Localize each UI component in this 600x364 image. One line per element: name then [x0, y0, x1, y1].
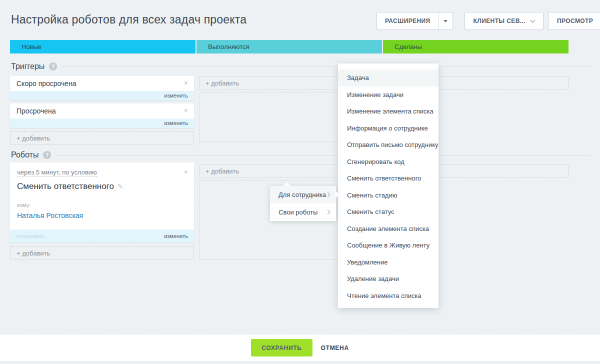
- robot-menu-item[interactable]: Информация о сотруднике: [338, 120, 438, 137]
- chevron-down-icon: [530, 18, 536, 23]
- add-robot-button[interactable]: + добавить: [10, 246, 194, 260]
- help-icon[interactable]: ?: [49, 62, 57, 70]
- robot-to-label: кому:: [17, 202, 187, 208]
- close-icon[interactable]: ×: [184, 107, 188, 114]
- triggers-column-new: Скоро просрочена × изменить Просрочена ×…: [10, 76, 194, 145]
- robot-menu-item[interactable]: Чтение элемента списка: [338, 288, 438, 304]
- robot-menu-item[interactable]: Отправить письмо сотруднику: [338, 136, 438, 154]
- stage-tab[interactable]: Сделаны: [383, 40, 568, 54]
- robot-menu-item[interactable]: Создание элемента списка: [338, 220, 438, 238]
- robot-card-title: Сменить ответственного: [17, 182, 114, 192]
- footer-bar: СОХРАНИТЬ ОТМЕНА: [0, 334, 600, 361]
- add-label: + добавить: [16, 250, 50, 257]
- clients-button-label: КЛИЕНТЫ СЕВ...: [474, 18, 526, 24]
- clients-button[interactable]: КЛИЕНТЫ СЕВ...: [464, 12, 544, 30]
- robot-menu-item-label: Сменить ответственного: [347, 174, 421, 182]
- page-title: Настройка роботов для всех задач проекта: [11, 13, 246, 26]
- add-label: + добавить: [16, 134, 50, 142]
- add-label: + добавить: [206, 80, 239, 87]
- section-divider: [62, 66, 590, 67]
- robot-menu-item-label: Уведомление: [347, 258, 388, 266]
- section-divider: [56, 155, 590, 156]
- extensions-dropdown-toggle[interactable]: [439, 12, 452, 30]
- robot-menu-item-label: Отправить письмо сотруднику: [347, 141, 438, 148]
- robot-menu-item-label: Сменить стадию: [347, 192, 397, 199]
- robot-menu-item[interactable]: Изменение задачи: [338, 86, 438, 104]
- preview-button[interactable]: ПРОСМОТР: [548, 12, 600, 30]
- robot-menu-item[interactable]: Удаление задачи: [338, 270, 438, 288]
- robot-menu-item-label: Сменить статус: [347, 208, 394, 216]
- edit-link[interactable]: изменить: [164, 120, 188, 126]
- robot-menu-item-label: Сообщение в Живую ленту: [347, 242, 430, 249]
- robots-section-title: Роботы: [11, 150, 38, 160]
- add-trigger-button[interactable]: + добавить: [10, 131, 194, 145]
- edit-link[interactable]: изменить: [164, 92, 188, 98]
- robot-menu-item-label: Информация о сотруднике: [347, 124, 428, 132]
- category-menu-item-label: Для сотрудника: [278, 191, 326, 198]
- robot-menu-item-label: Изменение задачи: [347, 91, 404, 98]
- trigger-card[interactable]: Скоро просрочена × изменить: [10, 76, 194, 100]
- robot-menu-item[interactable]: Сгенерировать код: [338, 154, 438, 170]
- robot-menu-item[interactable]: Сообщение в Живую ленту: [338, 237, 438, 254]
- robots-column-new: через 5 минут, по условию × Сменить отве…: [10, 162, 194, 260]
- stage-bar: Новые Выполняются Сделаны: [10, 40, 568, 54]
- robot-condition-link[interactable]: через 5 минут, по условию: [17, 168, 97, 177]
- trigger-card-list: Скоро просрочена × изменить Просрочена ×…: [10, 76, 194, 128]
- trigger-card[interactable]: Просрочена × изменить: [10, 104, 194, 128]
- robot-menu-item[interactable]: Сменить стадию: [338, 187, 438, 204]
- extensions-button[interactable]: РАСШИРЕНИЯ: [376, 12, 453, 30]
- triggers-section-title: Триггеры: [11, 62, 44, 71]
- robot-category-menu: Для сотрудника Свои роботы: [270, 186, 336, 221]
- preview-button-label: ПРОСМОТР: [557, 18, 593, 24]
- cancel-button[interactable]: ОТМЕНА: [321, 344, 349, 352]
- robot-menu-item-label: Чтение элемента списка: [347, 292, 422, 300]
- robot-assignee-link[interactable]: Наталья Ростовская: [17, 212, 187, 220]
- edit-link[interactable]: изменить: [164, 233, 188, 239]
- robots-section-header: Роботы ?: [11, 150, 590, 160]
- robot-type-menu: Задача Изменение задачи Изменение элемен…: [338, 64, 438, 308]
- pencil-icon[interactable]: ✎: [118, 182, 124, 190]
- stage-tab-label: Новые: [22, 43, 42, 50]
- close-icon[interactable]: ×: [184, 168, 188, 176]
- robot-menu-item[interactable]: Уведомление: [338, 254, 438, 271]
- chevron-right-icon: [326, 210, 330, 215]
- trigger-card-title: Скоро просрочена: [16, 80, 76, 88]
- robot-menu-item-label: Изменение элемента списка: [347, 108, 434, 115]
- stage-tab-label: Сделаны: [394, 43, 422, 50]
- caret-down-icon: [444, 20, 448, 22]
- trigger-card-title: Просрочена: [16, 107, 56, 115]
- robot-menu-item[interactable]: Задача: [338, 70, 438, 86]
- robot-menu-item-label: Сгенерировать код: [347, 158, 404, 166]
- extensions-button-label: РАСШИРЕНИЯ: [377, 18, 438, 24]
- category-menu-item-label: Свои роботы: [278, 208, 318, 216]
- robot-menu-item[interactable]: Изменение элемента списка: [338, 103, 438, 120]
- stage-tab[interactable]: Новые: [10, 40, 196, 54]
- robot-menu-item-label: Задача: [347, 74, 369, 82]
- category-menu-item[interactable]: Для сотрудника: [270, 186, 336, 204]
- robot-menu-item-label: Удаление задачи: [347, 275, 399, 282]
- triggers-section-header: Триггеры ?: [11, 62, 590, 72]
- robot-menu-item[interactable]: Сменить ответственного: [338, 170, 438, 187]
- category-menu-item[interactable]: Свои роботы: [270, 204, 336, 221]
- robot-menu-item-label: Создание элемента списка: [347, 225, 429, 232]
- chevron-right-icon: [326, 192, 330, 198]
- add-label: + добавить: [206, 168, 239, 175]
- help-icon[interactable]: ?: [43, 151, 51, 159]
- copy-link[interactable]: копировать: [16, 233, 45, 239]
- robot-card[interactable]: через 5 минут, по условию × Сменить отве…: [10, 162, 194, 242]
- header-buttons: РАСШИРЕНИЯ КЛИЕНТЫ СЕВ... ПРОСМОТР: [376, 12, 600, 30]
- close-icon[interactable]: ×: [184, 80, 188, 86]
- stage-tab[interactable]: Выполняются: [196, 40, 382, 54]
- save-button[interactable]: СОХРАНИТЬ: [251, 339, 312, 356]
- robot-menu-item[interactable]: Сменить статус: [338, 204, 438, 220]
- stage-tab-label: Выполняются: [208, 43, 250, 50]
